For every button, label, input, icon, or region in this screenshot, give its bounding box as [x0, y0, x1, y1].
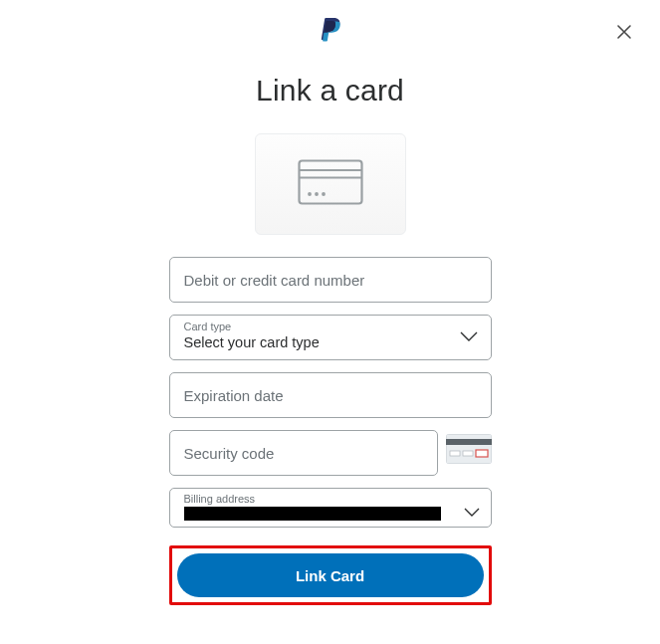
billing-address-label: Billing address [184, 493, 477, 506]
card-number-field-wrap [169, 257, 492, 303]
svg-rect-8 [450, 451, 460, 456]
svg-rect-0 [299, 161, 361, 204]
svg-rect-9 [463, 451, 473, 456]
chevron-down-icon [463, 504, 481, 522]
submit-highlight: Link Card [169, 545, 492, 605]
link-card-form: Card type Select your card type [169, 257, 492, 605]
security-code-hint-icon [446, 434, 492, 464]
svg-point-3 [308, 192, 312, 196]
expiration-input[interactable] [170, 373, 491, 417]
card-preview [255, 133, 406, 235]
svg-rect-6 [446, 434, 492, 464]
security-code-input[interactable] [170, 431, 437, 475]
billing-address-select[interactable]: Billing address [169, 488, 492, 528]
security-row [169, 430, 492, 476]
card-type-label: Card type [184, 321, 477, 333]
close-icon [616, 24, 636, 40]
svg-point-5 [322, 192, 326, 196]
svg-point-4 [315, 192, 319, 196]
card-type-value: Select your card type [184, 333, 477, 352]
card-type-select[interactable]: Card type Select your card type [169, 315, 492, 360]
generic-card-icon [298, 159, 363, 209]
paypal-logo [0, 16, 660, 50]
page-title: Link a card [0, 74, 660, 107]
link-card-button[interactable]: Link Card [177, 553, 484, 597]
expiration-field-wrap [169, 372, 492, 418]
card-number-input[interactable] [170, 258, 491, 302]
close-button[interactable] [616, 22, 636, 42]
link-card-modal: Link a card Card type Select your card t… [0, 0, 660, 644]
svg-rect-7 [446, 439, 492, 445]
billing-address-value-redacted [184, 507, 441, 521]
svg-rect-10 [476, 450, 488, 457]
